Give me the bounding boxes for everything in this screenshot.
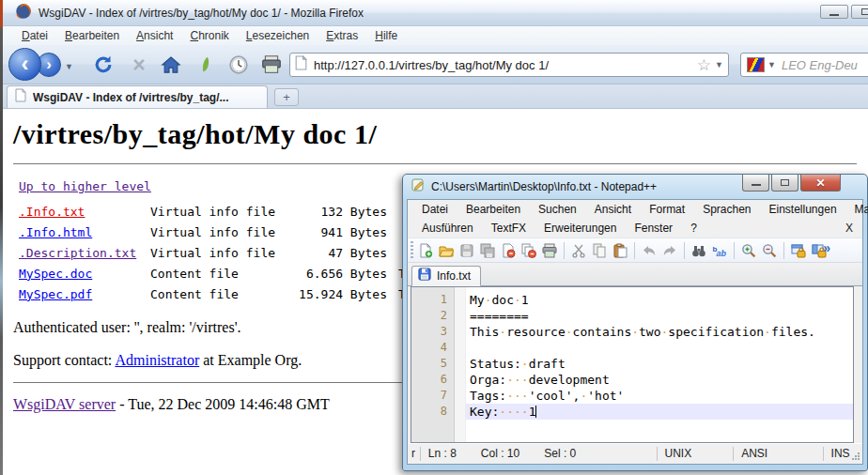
divider <box>13 163 857 164</box>
print-icon[interactable] <box>540 241 559 260</box>
page-favicon <box>295 55 307 74</box>
home-button[interactable] <box>160 54 182 76</box>
notepad-toolbar: bab » <box>408 238 862 263</box>
maximize-button[interactable] <box>851 5 868 19</box>
file-link[interactable]: MySpec.pdf <box>19 287 150 301</box>
toolbar-overflow-chevron[interactable]: » <box>823 240 830 255</box>
close-icon[interactable] <box>499 241 518 260</box>
stop-button[interactable]: × <box>128 54 150 76</box>
line-number: 2 <box>411 308 454 324</box>
npp-menu-ansicht[interactable]: Ansicht <box>586 201 641 218</box>
file-link[interactable]: MySpec.doc <box>19 267 150 281</box>
editor-line[interactable]: Orga:···development <box>466 372 853 388</box>
search-bar[interactable]: ▼ LEO Eng-Deu <box>740 53 868 77</box>
editor-line[interactable]: My·doc·1 <box>466 292 853 308</box>
editor-line[interactable]: ======== <box>466 308 853 324</box>
sync-v-icon[interactable] <box>789 241 808 260</box>
toolbar-grip[interactable] <box>411 241 413 260</box>
history-clock-icon[interactable] <box>227 54 250 76</box>
menu-close-document[interactable]: X <box>845 222 853 235</box>
close-all-icon[interactable] <box>519 241 538 260</box>
find-icon[interactable] <box>690 241 708 260</box>
save-all-icon[interactable] <box>478 241 497 260</box>
new-tab-button[interactable]: + <box>274 88 299 106</box>
window-left-edge <box>0 0 3 475</box>
npp-menu-suchen[interactable]: Suchen <box>530 201 586 218</box>
notepad-titlebar[interactable]: C:\Users\Martin\Desktop\Info.txt - Notep… <box>403 175 867 199</box>
new-file-icon[interactable] <box>416 241 435 260</box>
npp-menu-format[interactable]: Format <box>641 201 694 218</box>
line-number: 5 <box>411 356 454 372</box>
document-tab-info-txt[interactable]: Info.txt <box>411 266 481 286</box>
history-dropdown-caret[interactable]: ▼ <box>65 62 73 71</box>
editor-line[interactable]: This·resource·contains·two·specification… <box>466 324 853 340</box>
bookmark-dropdown-caret[interactable]: ▼ <box>715 60 723 69</box>
notepad-close-button[interactable]: ✕ <box>800 175 841 192</box>
toolbar-separator <box>734 242 735 259</box>
npp-menu-datei[interactable]: Datei <box>413 201 457 218</box>
url-input[interactable]: http://127.0.0.1/virtres/by_tag/hot/My d… <box>314 58 697 72</box>
file-link[interactable]: .Info.txt <box>19 205 150 219</box>
menu-ansicht[interactable]: Ansicht <box>128 27 181 44</box>
tab-title: WsgiDAV - Index of /virtres/by_tag/... <box>33 91 228 104</box>
editor-line[interactable]: Status:·draft <box>466 356 853 372</box>
editor-line[interactable] <box>466 340 853 356</box>
bookmark-star-icon[interactable]: ☆ <box>697 55 711 75</box>
tab-wsgidav[interactable]: WsgiDAV - Index of /virtres/by_tag/... <box>7 85 268 108</box>
paste-icon[interactable] <box>611 241 629 260</box>
redo-icon[interactable] <box>660 241 679 260</box>
menu-datei[interactable]: Datei <box>13 27 56 44</box>
editor-line[interactable]: Tags:···'cool',·'hot' <box>466 388 853 404</box>
back-button[interactable]: ‹ <box>8 48 41 81</box>
menu-bearbeiten[interactable]: Bearbeiten <box>56 27 128 44</box>
npp-menu-einstellungen[interactable]: Einstellungen <box>761 201 846 218</box>
menu-chronik[interactable]: Chronik <box>181 27 237 44</box>
undo-icon[interactable] <box>640 241 659 260</box>
npp-menu-erweiterungen[interactable]: Erweiterungen <box>535 220 626 237</box>
save-icon[interactable] <box>457 241 476 260</box>
reload-button[interactable] <box>92 54 115 76</box>
editor-line[interactable]: Key:····1 <box>466 404 853 420</box>
search-engine-caret[interactable]: ▼ <box>767 60 776 69</box>
status-encoding[interactable]: ANSI <box>734 447 822 460</box>
leaf-extension-icon[interactable] <box>194 54 217 76</box>
zoom-in-icon[interactable] <box>739 241 758 260</box>
search-input[interactable]: LEO Eng-Deu <box>782 58 858 72</box>
npp-menu-ausf-hren[interactable]: Ausführen <box>413 220 483 237</box>
notepad-minimize-button[interactable] <box>742 175 769 192</box>
status-left: r <box>408 447 420 460</box>
line-number: 4 <box>411 340 454 356</box>
print-button[interactable] <box>260 54 283 76</box>
up-to-higher-level-link[interactable]: Up to higher level <box>19 179 151 193</box>
replace-icon[interactable]: bab <box>710 241 729 260</box>
npp-menu-textfx[interactable]: TextFX <box>483 220 535 237</box>
minimize-button[interactable] <box>820 5 848 19</box>
status-eol-format[interactable]: UNIX <box>657 447 733 460</box>
file-link[interactable]: .Description.txt <box>19 246 150 260</box>
search-engine-icon[interactable] <box>747 57 765 72</box>
open-icon[interactable] <box>437 241 456 260</box>
npp-menu-bearbeiten[interactable]: Bearbeiten <box>457 201 530 218</box>
menu-extras[interactable]: Extras <box>318 27 366 44</box>
resize-grip[interactable] <box>852 452 860 460</box>
cut-icon[interactable] <box>569 241 588 260</box>
url-bar[interactable]: http://127.0.0.1/virtres/by_tag/hot/My d… <box>289 53 729 77</box>
copy-icon[interactable] <box>590 241 609 260</box>
firefox-titlebar[interactable]: WsgiDAV - Index of /virtres/by_tag/hot/M… <box>0 0 868 26</box>
file-link[interactable]: .Info.html <box>19 225 150 239</box>
npp-menu--[interactable]: ? <box>682 220 706 237</box>
editor-text[interactable]: My·doc·1========This·resource·contains·t… <box>466 287 853 442</box>
npp-menu-makro[interactable]: Makro <box>846 201 868 218</box>
editor-area[interactable]: 12345678 My·doc·1========This·resource·c… <box>411 286 854 443</box>
wsgidav-server-link[interactable]: WsgiDAV server <box>13 396 116 412</box>
menu-hilfe[interactable]: Hilfe <box>366 27 406 44</box>
npp-menu-sprachen[interactable]: Sprachen <box>694 201 760 218</box>
file-size: 132 Bytes <box>293 205 387 219</box>
menu-lesezeichen[interactable]: Lesezeichen <box>238 27 318 44</box>
line-number: 3 <box>411 324 454 340</box>
npp-menu-fenster[interactable]: Fenster <box>626 220 682 237</box>
administrator-link[interactable]: Administrator <box>115 352 199 368</box>
notepad-maximize-button[interactable] <box>771 175 798 192</box>
text-caret <box>535 406 536 418</box>
zoom-out-icon[interactable] <box>760 241 779 260</box>
